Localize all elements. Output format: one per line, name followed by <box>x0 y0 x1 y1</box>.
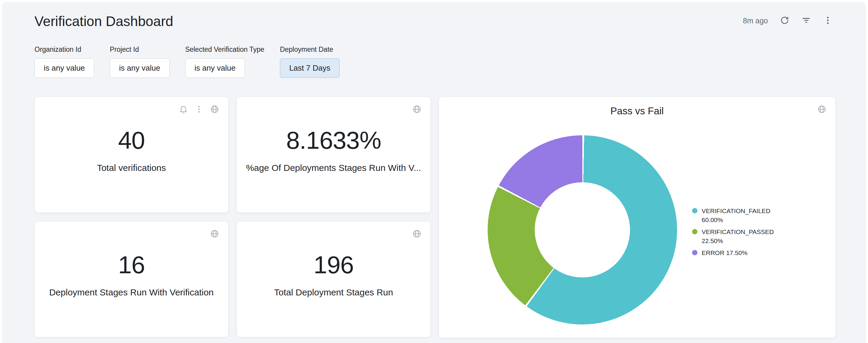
filter-verification-type: Selected Verification Type is any value <box>185 45 265 78</box>
legend-text: VERIFICATION_PASSED 22.50% <box>702 228 785 245</box>
globe-icon[interactable] <box>210 229 219 238</box>
tile-value: 8.1633% <box>286 128 381 152</box>
globe-icon[interactable] <box>412 105 422 114</box>
filter-button[interactable] <box>802 15 811 26</box>
legend-text: VERIFICATION_FAILED 60.00% <box>702 207 785 225</box>
legend-item-error[interactable]: ERROR 17.50% <box>692 248 785 258</box>
tile-kebab-menu-icon[interactable] <box>194 105 204 114</box>
kebab-menu-icon <box>823 15 833 26</box>
tile-icon-row <box>412 229 422 238</box>
filter-label: Project Id <box>110 45 169 54</box>
tile-total-verifications: 40 Total verifications <box>34 97 228 213</box>
chart-title: Pass vs Fail <box>439 105 835 117</box>
filter-label: Deployment Date <box>280 45 340 54</box>
chart-legend: VERIFICATION_FAILED 60.00% VERIFICATION_… <box>692 207 785 258</box>
tile-value: 16 <box>118 252 145 277</box>
tile-stages-with-verification: 16 Deployment Stages Run With Verificati… <box>34 221 228 337</box>
donut-hole <box>535 182 630 277</box>
refresh-button[interactable] <box>780 15 789 26</box>
tile-total-stages-run: 196 Total Deployment Stages Run <box>237 221 431 337</box>
tile-percentage-stages: 8.1633% %age Of Deployments Stages Run W… <box>237 97 431 213</box>
page-title: Verification Dashboard <box>34 13 173 30</box>
tile-icon-row <box>412 105 422 114</box>
legend-percent: 22.50% <box>702 237 723 244</box>
legend-item-verification-failed[interactable]: VERIFICATION_FAILED 60.00% <box>692 207 785 225</box>
tile-label: Total Deployment Stages Run <box>274 287 393 298</box>
filter-organization-id: Organization Id is any value <box>34 45 94 78</box>
tile-label: Deployment Stages Run With Verification <box>49 287 214 298</box>
tile-value: 196 <box>313 252 354 277</box>
chart-pass-vs-fail: Pass vs Fail VERIFICATION_FAILED 60.00% … <box>438 97 836 338</box>
header-actions: 8m ago <box>743 15 833 26</box>
filter-verification-type-value[interactable]: is any value <box>185 58 245 78</box>
legend-item-verification-passed[interactable]: VERIFICATION_PASSED 22.50% <box>692 228 785 245</box>
tile-icon-row <box>210 229 219 238</box>
filter-organization-id-value[interactable]: is any value <box>34 58 94 78</box>
globe-icon[interactable] <box>412 229 422 238</box>
legend-swatch <box>692 208 698 213</box>
last-refresh-timestamp: 8m ago <box>743 16 768 25</box>
legend-label: VERIFICATION_FAILED <box>702 207 771 214</box>
filter-list-icon <box>802 15 811 26</box>
filter-project-id: Project Id is any value <box>110 45 169 78</box>
legend-percent: 60.00% <box>702 216 723 223</box>
legend-swatch <box>692 229 698 234</box>
legend-label: VERIFICATION_PASSED <box>702 228 774 235</box>
filter-deployment-date: Deployment Date Last 7 Days <box>280 45 340 78</box>
filter-bar: Organization Id is any value Project Id … <box>34 45 340 78</box>
filter-deployment-date-value[interactable]: Last 7 Days <box>280 58 340 78</box>
tile-icon-row <box>179 105 219 114</box>
filter-project-id-value[interactable]: is any value <box>110 58 169 78</box>
alert-bell-icon[interactable] <box>179 105 188 114</box>
more-options-button[interactable] <box>823 15 833 26</box>
tile-label: %age Of Deployments Stages Run With V... <box>246 163 421 173</box>
globe-icon[interactable] <box>210 105 219 114</box>
legend-percent: 17.50% <box>726 249 747 256</box>
tile-label: Total verifications <box>97 163 166 173</box>
filter-label: Organization Id <box>34 45 94 54</box>
filter-label: Selected Verification Type <box>185 45 265 54</box>
legend-text: ERROR 17.50% <box>702 248 747 258</box>
legend-swatch <box>692 250 698 255</box>
tile-value: 40 <box>118 128 145 152</box>
donut-chart[interactable] <box>488 135 677 324</box>
refresh-icon <box>780 15 789 26</box>
legend-label: ERROR <box>702 249 724 256</box>
